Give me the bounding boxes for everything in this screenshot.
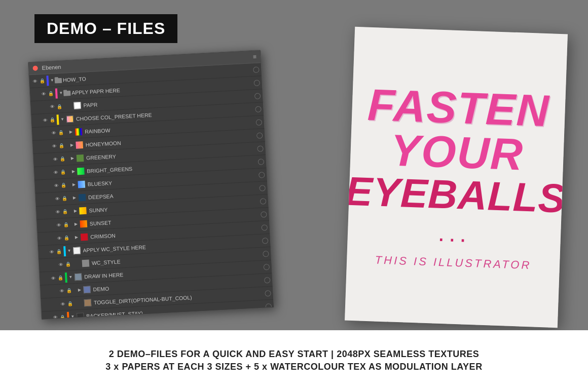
layer-circle — [263, 263, 270, 270]
eye-icon[interactable]: 👁 — [53, 182, 60, 189]
eye-icon[interactable]: 👁 — [42, 116, 49, 124]
arrow-icon[interactable]: ▶ — [74, 234, 80, 240]
eye-icon[interactable]: 👁 — [58, 287, 66, 295]
close-btn[interactable] — [32, 65, 38, 71]
layer-thumb — [66, 115, 74, 123]
poster-text-your: YOUR — [390, 128, 524, 177]
arrow-icon[interactable]: ▼ — [68, 275, 74, 280]
layer-thumb — [75, 273, 82, 281]
layers-panel: Ebenen ≡ 👁 🔒 ▼ HOW_TO 👁 🔒 ▼ APPLY PAPR H… — [28, 50, 274, 320]
layer-thumb — [73, 247, 81, 254]
arrow-icon[interactable]: ▶ — [72, 195, 78, 201]
bottom-bar: 2 DEMO–FILES FOR A QUICK AND EASY START … — [0, 330, 588, 391]
lock-icon[interactable]: 🔒 — [55, 248, 63, 255]
eye-icon[interactable]: 👁 — [52, 169, 60, 176]
lock-icon[interactable]: 🔒 — [65, 287, 73, 294]
layers-scroll: 👁 🔒 ▼ HOW_TO 👁 🔒 ▼ APPLY PAPR HERE 👁 🔒 — [29, 63, 274, 319]
bottom-bar-line1: 2 DEMO–FILES FOR A QUICK AND EASY START … — [109, 349, 480, 360]
layer-circle — [258, 159, 265, 165]
panel-title: Ebenen — [42, 64, 61, 71]
layer-circle — [266, 316, 273, 319]
layer-thumb — [79, 207, 87, 214]
lock-icon[interactable]: 🔒 — [57, 129, 65, 136]
eye-icon[interactable]: 👁 — [54, 208, 62, 216]
poster: FASTEN YOUR EYEBALLS ... THIS IS ILLUSTR… — [345, 27, 568, 328]
layer-circle — [256, 132, 263, 139]
eye-icon[interactable]: 👁 — [50, 129, 58, 137]
poster-text-eyeballs: EYEBALLS — [345, 171, 566, 219]
page-title: DEMO – FILES — [47, 19, 165, 37]
poster-subtext: THIS IS ILLUSTRATOR — [375, 253, 531, 272]
arrow-placeholder — [67, 103, 72, 108]
layer-circle — [257, 145, 264, 152]
layer-thumb — [76, 141, 83, 148]
lock-icon[interactable]: 🔒 — [62, 221, 70, 228]
lock-icon[interactable]: 🔒 — [57, 274, 64, 282]
layer-thumb — [78, 180, 85, 188]
layer-thumb — [77, 154, 84, 162]
eye-icon[interactable]: 👁 — [48, 248, 56, 256]
layer-circle — [261, 224, 268, 231]
layer-thumb — [74, 102, 81, 109]
layer-circle — [255, 106, 262, 112]
lock-icon[interactable]: 🔒 — [66, 300, 74, 307]
eye-icon[interactable]: 👁 — [40, 90, 48, 98]
layer-circle — [259, 172, 265, 178]
lock-icon[interactable]: 🔒 — [59, 314, 66, 319]
arrow-icon[interactable]: ▶ — [74, 221, 79, 227]
lock-icon[interactable]: 🔒 — [47, 90, 55, 97]
lock-icon[interactable]: 🔒 — [60, 181, 67, 189]
eye-icon[interactable]: 👁 — [54, 195, 61, 203]
lock-icon[interactable]: 🔒 — [63, 234, 70, 242]
layer-circle — [263, 251, 269, 257]
folder-icon — [63, 90, 71, 96]
arrow-icon[interactable]: ▶ — [70, 155, 76, 161]
layer-thumb — [75, 128, 83, 135]
arrow-icon[interactable]: ▶ — [77, 287, 82, 293]
arrow-icon[interactable]: ▶ — [70, 169, 76, 174]
eye-icon[interactable]: 👁 — [52, 155, 59, 163]
layer-thumb — [82, 259, 90, 267]
eye-icon[interactable]: 👁 — [50, 274, 57, 282]
eye-icon[interactable]: 👁 — [31, 77, 39, 85]
layer-thumb — [84, 299, 92, 306]
arrow-icon[interactable]: ▼ — [66, 248, 72, 254]
lock-icon[interactable]: 🔒 — [64, 260, 72, 268]
layer-circle — [261, 211, 267, 218]
arrow-icon[interactable]: ▼ — [50, 77, 55, 83]
layer-circle — [256, 119, 263, 126]
arrow-icon[interactable]: ▶ — [68, 129, 74, 135]
eye-icon[interactable]: 👁 — [49, 103, 56, 110]
arrow-icon[interactable]: ▶ — [69, 142, 75, 148]
lock-icon[interactable]: 🔒 — [58, 142, 65, 149]
lock-icon[interactable]: 🔒 — [59, 155, 66, 163]
eye-icon[interactable]: 👁 — [57, 261, 65, 268]
poster-wrapper: FASTEN YOUR EYEBALLS ... THIS IS ILLUSTR… — [345, 27, 568, 328]
panel-menu-icon[interactable]: ≡ — [253, 53, 257, 60]
layer-circle — [253, 80, 260, 86]
arrow-placeholder — [76, 261, 81, 266]
lock-icon[interactable]: 🔒 — [49, 116, 56, 124]
layer-circle — [260, 198, 267, 205]
lock-icon[interactable]: 🔒 — [61, 194, 68, 202]
layer-circle — [264, 277, 271, 283]
layer-thumb — [77, 312, 84, 319]
eye-icon[interactable]: 👁 — [59, 300, 67, 308]
layer-circle — [259, 185, 266, 191]
arrow-icon[interactable]: ▼ — [70, 314, 76, 319]
layer-circle — [266, 303, 272, 309]
lock-icon[interactable]: 🔒 — [56, 102, 63, 110]
lock-icon[interactable]: 🔒 — [39, 77, 46, 85]
bottom-bar-line2: 3 x PAPERS AT EACH 3 SIZES + 5 x WATERCO… — [105, 362, 482, 372]
arrow-icon[interactable]: ▼ — [58, 90, 64, 96]
eye-icon[interactable]: 👁 — [56, 234, 63, 242]
arrow-icon[interactable]: ▼ — [60, 116, 65, 122]
eye-icon[interactable]: 👁 — [55, 221, 63, 229]
eye-icon[interactable]: 👁 — [52, 314, 59, 319]
lock-icon[interactable]: 🔒 — [61, 208, 69, 215]
arrow-icon[interactable]: ▶ — [71, 182, 77, 187]
arrow-icon[interactable]: ▶ — [72, 208, 78, 214]
lock-icon[interactable]: 🔒 — [59, 168, 67, 176]
layer-thumb — [83, 286, 91, 293]
eye-icon[interactable]: 👁 — [51, 142, 58, 150]
